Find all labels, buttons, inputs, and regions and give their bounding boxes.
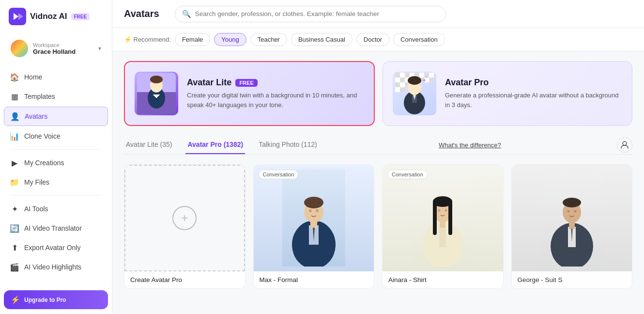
recommend-label: ⚡ Recommend:: [124, 36, 171, 43]
create-plus-icon: +: [172, 206, 197, 230]
svg-rect-7: [400, 73, 405, 78]
tab-avatar-pro[interactable]: Avatar Pro (1382): [185, 136, 245, 154]
svg-point-39: [304, 197, 323, 208]
sidebar-item-home[interactable]: 🏠 Home: [4, 68, 108, 86]
avatar-pro-description: Generate a professional-grade AI avatar …: [445, 91, 622, 110]
svg-rect-48: [433, 201, 437, 235]
tab-talking-photo[interactable]: Talking Photo (112): [257, 136, 319, 154]
avatar-card-george[interactable]: George - Suit S: [511, 164, 633, 289]
avatar-card-info-george: George - Suit S: [512, 271, 632, 288]
tag-young[interactable]: Young: [214, 33, 246, 46]
create-avatar-card[interactable]: + Create Avatar Pro: [124, 164, 245, 289]
tag-teacher[interactable]: Teacher: [250, 33, 287, 46]
tag-conversation[interactable]: Conversation: [393, 33, 445, 46]
avatar-card-image-george: [512, 165, 632, 271]
ai-video-highlights-icon: 🎬: [10, 262, 19, 272]
ai-tools-icon: ✦: [10, 204, 19, 214]
avatar-card-max[interactable]: Conversation Max - Formal: [253, 164, 375, 289]
svg-rect-25: [395, 87, 400, 92]
svg-rect-49: [448, 201, 452, 235]
logo-badge: FREE: [71, 13, 90, 20]
avatars-icon: 👤: [10, 111, 20, 121]
whats-the-difference-link[interactable]: What's the difference?: [439, 137, 501, 154]
nav-divider-2: [10, 195, 102, 196]
avatar-lite-figure: [137, 73, 176, 114]
avatar-pro-title: Avatar Pro: [445, 78, 622, 88]
svg-point-50: [438, 209, 441, 212]
my-creations-icon: ▶: [10, 158, 19, 168]
avatar-card-info-ainara: Ainara - Shirt: [383, 271, 503, 288]
avatar-bg-ainara: Conversation: [383, 165, 503, 271]
logo-text: Vidnoz AI: [30, 12, 67, 21]
tabs-row: Avatar Lite (35) Avatar Pro (1382) Talki…: [124, 136, 632, 155]
avatar-lite-banner[interactable]: Avatar Lite FREE Create your digital twi…: [124, 61, 375, 126]
svg-rect-15: [400, 78, 405, 82]
search-bar[interactable]: 🔍: [175, 6, 446, 22]
home-icon: 🏠: [10, 72, 19, 82]
export-avatar-icon: ⬆: [10, 243, 19, 252]
sidebar-item-ai-video-translator[interactable]: 🔄 AI Video Translator: [4, 219, 108, 237]
svg-point-40: [309, 209, 312, 212]
top-bar: Avatars 🔍: [112, 0, 644, 28]
ai-video-translator-icon: 🔄: [10, 223, 19, 233]
avatar-pro-banner[interactable]: ✦ ✦ Avatar Pro Generate a professional-g…: [383, 61, 632, 126]
sidebar-item-export-avatar-only[interactable]: ⬆ Export Avatar Only: [4, 238, 108, 257]
tab-avatar-lite[interactable]: Avatar Lite (35): [124, 136, 174, 154]
svg-rect-6: [395, 73, 400, 78]
sidebar-item-my-creations[interactable]: ▶ My Creations: [4, 154, 108, 172]
svg-rect-14: [395, 78, 400, 82]
user-profile-icon[interactable]: [617, 137, 632, 153]
nav-divider-1: [10, 149, 102, 150]
sidebar-item-templates[interactable]: ▦ Templates: [4, 87, 108, 106]
avatar-figure-george: [540, 170, 603, 267]
page-title: Avatars: [124, 8, 159, 19]
avatar-bg-max: Conversation: [254, 165, 374, 271]
sidebar-item-label: Clone Voice: [24, 132, 61, 140]
svg-point-59: [574, 210, 576, 213]
svg-point-57: [563, 198, 581, 207]
workspace-selector[interactable]: Workspace Grace Holland ▾: [4, 35, 108, 62]
workspace-avatar: [11, 40, 28, 57]
sidebar-item-label: My Files: [24, 178, 49, 186]
logo-area: Vidnoz AI FREE: [0, 0, 112, 33]
avatar-pro-figure: ✦ ✦: [395, 73, 434, 114]
recommend-bar: ⚡ Recommend: Female Young Teacher Busine…: [112, 28, 644, 51]
workspace-name: Grace Holland: [33, 48, 93, 55]
avatar-figure-max: [282, 170, 345, 267]
upgrade-button[interactable]: ⚡ Upgrade to Pro: [4, 290, 108, 309]
tag-business-casual[interactable]: Business Casual: [291, 33, 353, 46]
sidebar-item-my-files[interactable]: 📁 My Files: [4, 173, 108, 191]
main-content: Avatars 🔍 ⚡ Recommend: Female Young Teac…: [112, 0, 644, 314]
sidebar-item-label: AI Video Highlights: [24, 263, 81, 271]
vidnoz-logo-icon: [9, 8, 26, 25]
sidebar-item-ai-tools[interactable]: ✦ AI Tools: [4, 200, 108, 218]
svg-point-58: [567, 210, 569, 213]
sidebar: Vidnoz AI FREE Workspace Grace Holland ▾…: [0, 0, 112, 314]
search-input[interactable]: [195, 10, 439, 17]
sidebar-item-clone-voice[interactable]: 📊 Clone Voice: [4, 127, 108, 145]
avatar-card-ainara[interactable]: Conversation Ainara - Shirt: [382, 164, 504, 289]
svg-point-41: [316, 209, 319, 212]
create-avatar-info: Create Avatar Pro: [124, 271, 245, 288]
sidebar-item-ai-video-highlights[interactable]: 🎬 AI Video Highlights: [4, 258, 108, 276]
avatar-card-image-ainara: Conversation: [383, 165, 503, 271]
avatar-pro-text: Avatar Pro Generate a professional-grade…: [445, 78, 622, 110]
avatar-name-max: Max - Formal: [260, 276, 368, 283]
svg-point-29: [408, 76, 421, 85]
sidebar-item-avatars[interactable]: 👤 Avatars: [4, 107, 108, 126]
workspace-info: Workspace Grace Holland: [33, 42, 93, 55]
svg-rect-26: [400, 87, 405, 92]
svg-rect-22: [395, 82, 400, 87]
svg-rect-44: [439, 225, 446, 247]
tag-doctor[interactable]: Doctor: [356, 33, 389, 46]
svg-rect-21: [429, 78, 434, 82]
tag-female[interactable]: Female: [175, 33, 210, 46]
free-badge: FREE: [235, 79, 257, 87]
avatar-figure-ainara: [411, 170, 474, 267]
sidebar-item-label: Avatars: [25, 112, 47, 120]
create-avatar-image: +: [124, 165, 245, 271]
svg-point-51: [445, 209, 447, 212]
my-files-icon: 📁: [10, 177, 19, 187]
sidebar-item-label: My Creations: [24, 159, 64, 167]
avatar-grid: + Create Avatar Pro: [124, 164, 632, 289]
